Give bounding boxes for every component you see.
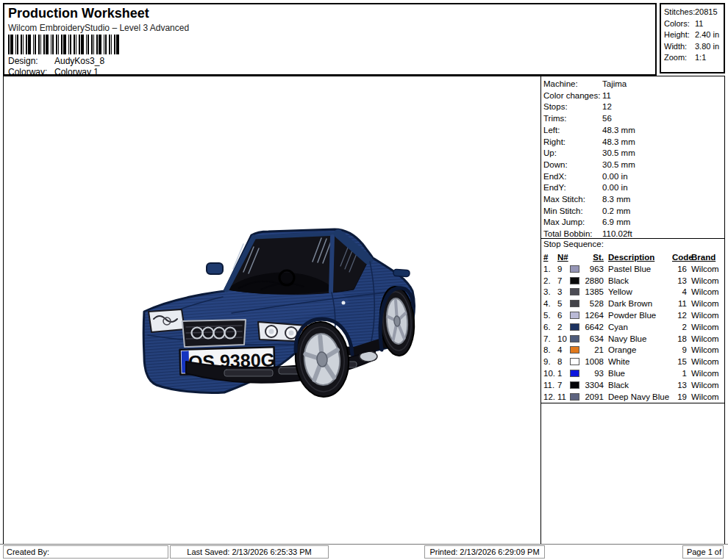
footer: Created By: Last Saved: 2/13/2026 6:25:3… [0, 544, 728, 560]
stop-sequence-row: 5.61264Powder Blue12Wilcom [541, 309, 724, 321]
summary-row: Zoom:1:1 [664, 52, 724, 64]
summary-row: Height:2.40 in [664, 29, 724, 41]
machine-row: Left:48.3 mm [543, 125, 723, 137]
machine-row: Up:30.5 mm [543, 148, 723, 159]
machine-row: Down:30.5 mm [543, 159, 723, 171]
machine-row: Stops:12 [543, 101, 723, 113]
machine-row: Color changes:11 [543, 90, 723, 102]
door-lock [342, 301, 346, 305]
design-summary: Stitches:20815 Colors:11 Height:2.40 in … [660, 3, 725, 73]
machine-row: Max Stitch:8.3 mm [543, 194, 723, 206]
stop-sequence-title: Stop Sequence: [543, 240, 604, 248]
stop-sequence-row: 11.73304Black13Wilcom [541, 379, 724, 391]
design-preview: OS 9380G [3, 76, 540, 544]
machine-row: EndX:0.00 in [543, 171, 723, 183]
summary-row: Stitches:20815 [664, 7, 724, 18]
divider [541, 238, 724, 239]
stop-sequence-row: 4.5528Dark Brown11Wilcom [541, 298, 724, 309]
printed-cell: Printed: 2/13/2026 6:29:09 PM [424, 545, 545, 559]
stop-sequence-row: 6.26642Cyan2Wilcom [541, 321, 724, 333]
machine-row: Right:48.3 mm [543, 137, 723, 148]
color-swatch [570, 346, 579, 353]
color-swatch [570, 300, 579, 307]
created-by-cell: Created By: [3, 545, 168, 559]
stop-sequence-header: # N# St. Description Code Brand [541, 251, 724, 263]
stop-sequence-row: 12.112091Deep Navy Blue19Wilcom [541, 391, 724, 403]
design-label: Design: [8, 56, 54, 66]
machine-row: Min Stitch:0.2 mm [543, 206, 723, 218]
stop-sequence-row: 10.193Blue1Wilcom [541, 367, 724, 379]
machine-row: Machine:Tajima [543, 79, 723, 90]
color-swatch [570, 288, 579, 295]
machine-panel: Machine:Tajima Color changes:11 Stops:12… [540, 76, 725, 544]
last-saved-cell: Last Saved: 2/13/2026 6:25:33 PM [170, 545, 329, 559]
design-barcode [8, 35, 120, 54]
design-row: Design: AudyKos3_8 [8, 56, 104, 66]
header: Production Worksheet Wilcom EmbroiderySt… [3, 3, 657, 76]
door-handle [393, 269, 410, 277]
color-swatch [570, 335, 579, 342]
color-swatch [570, 370, 579, 377]
stop-sequence-row: 1.9963Pastel Blue16Wilcom [541, 263, 724, 275]
divider [541, 403, 724, 403]
production-worksheet-page: Production Worksheet Wilcom EmbroiderySt… [0, 0, 728, 560]
color-swatch [570, 323, 579, 331]
page-number-cell: Page 1 of 1 [682, 545, 724, 559]
page-title: Production Worksheet [8, 6, 149, 21]
color-swatch [570, 277, 579, 284]
color-swatch [570, 312, 579, 319]
machine-row: Trims:56 [543, 113, 723, 125]
color-swatch [570, 358, 579, 365]
color-swatch [570, 265, 579, 273]
software-name: Wilcom EmbroideryStudio – Level 3 Advanc… [8, 23, 189, 33]
stop-sequence-row: 8.421Orange9Wilcom [541, 345, 724, 356]
stop-sequence-row: 7.10634Navy Blue18Wilcom [541, 333, 724, 345]
stop-sequence-row: 3.31385Yellow4Wilcom [541, 287, 724, 298]
color-swatch [570, 393, 579, 401]
stop-sequence-row: 2.72880Black13Wilcom [541, 275, 724, 287]
summary-row: Width:3.80 in [664, 41, 724, 53]
machine-row: EndY:0.00 in [543, 182, 723, 194]
car-embroidery-graphic: OS 9380G [4, 76, 540, 544]
color-swatch [570, 381, 579, 389]
summary-row: Colors:11 [664, 18, 724, 30]
design-value: AudyKos3_8 [54, 56, 104, 66]
machine-row: Max Jump:6.9 mm [543, 217, 723, 229]
stop-sequence-row: 9.81008White15Wilcom [541, 356, 724, 367]
side-mirror [207, 263, 223, 274]
